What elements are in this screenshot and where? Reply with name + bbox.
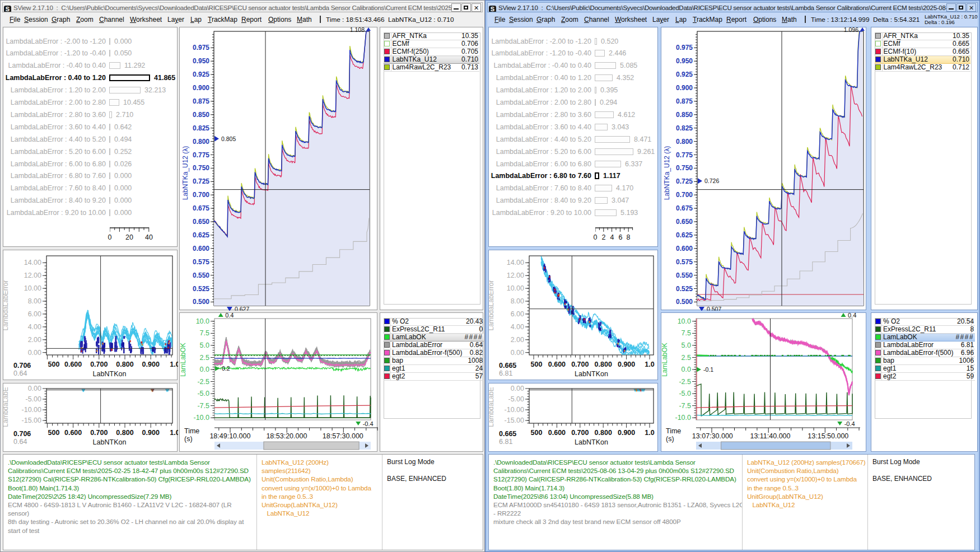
svg-text:8.00: 8.00 <box>28 297 41 305</box>
svg-text:0.700: 0.700 <box>193 191 209 199</box>
svg-text:0.875: 0.875 <box>676 97 693 105</box>
svg-text:LabNTKon: LabNTKon <box>575 438 608 446</box>
svg-text:1.0: 1.0 <box>170 429 178 437</box>
svg-text:0.4: 0.4 <box>225 313 234 319</box>
svg-text:0.675: 0.675 <box>193 204 209 212</box>
svg-text:0.575: 0.575 <box>193 258 209 266</box>
svg-text:LamLabOK: LamLabOK <box>661 343 669 377</box>
svg-text:0.507: 0.507 <box>707 306 721 311</box>
svg-text:0.64: 0.64 <box>13 369 27 377</box>
svg-text:LambdaLabError: LambdaLabError <box>3 280 10 330</box>
svg-text:0.950: 0.950 <box>676 57 693 65</box>
svg-text:0.800: 0.800 <box>193 138 209 146</box>
svg-text:(s): (s) <box>666 435 674 443</box>
svg-text:12.00: 12.00 <box>24 272 41 279</box>
svg-text:0.525: 0.525 <box>676 285 693 293</box>
svg-text:18:49:10.000: 18:49:10.000 <box>209 432 250 440</box>
svg-text:0.2: 0.2 <box>222 365 230 372</box>
svg-text:0.725: 0.725 <box>193 177 209 185</box>
svg-text:Time: Time <box>184 427 199 435</box>
svg-text:2.5: 2.5 <box>200 354 209 362</box>
svg-text:8.00: 8.00 <box>511 297 524 305</box>
svg-text:0.750: 0.750 <box>193 164 209 172</box>
svg-text:0.500: 0.500 <box>193 298 209 306</box>
svg-text:0.700: 0.700 <box>90 361 108 368</box>
svg-text:LabNTKa_U12 (λ): LabNTKa_U12 (λ) <box>663 146 671 200</box>
svg-text:0.825: 0.825 <box>676 124 693 132</box>
svg-text:0.700: 0.700 <box>676 191 693 199</box>
svg-text:7.5: 7.5 <box>200 329 209 337</box>
svg-text:LambdaLabE: LambdaLabE <box>3 387 10 427</box>
svg-text:0.800: 0.800 <box>595 429 612 437</box>
svg-text:0.706: 0.706 <box>13 362 31 369</box>
svg-text:0.700: 0.700 <box>571 429 589 437</box>
svg-text:0.925: 0.925 <box>676 71 693 78</box>
svg-text:4.00: 4.00 <box>511 323 524 331</box>
svg-text:1.0: 1.0 <box>170 361 178 368</box>
svg-text:0.665: 0.665 <box>499 362 516 369</box>
svg-text:-0.1: -0.1 <box>703 366 713 373</box>
svg-text:0.575: 0.575 <box>676 258 693 266</box>
svg-text:0.700: 0.700 <box>90 429 108 437</box>
svg-text:0.550: 0.550 <box>193 272 209 279</box>
svg-text:0.900: 0.900 <box>142 429 160 437</box>
svg-text:0.750: 0.750 <box>676 164 693 172</box>
svg-text:0.600: 0.600 <box>548 361 566 368</box>
svg-text:0.4: 0.4 <box>848 313 856 319</box>
svg-text:7.5: 7.5 <box>682 329 691 337</box>
svg-text:0.805: 0.805 <box>221 135 236 142</box>
svg-text:13:07:30.000: 13:07:30.000 <box>692 432 733 440</box>
svg-text:-5.0: -5.0 <box>197 390 209 397</box>
svg-text:0.600: 0.600 <box>548 429 566 437</box>
svg-text:6.81: 6.81 <box>499 369 512 377</box>
svg-text:6.81: 6.81 <box>499 438 512 446</box>
svg-text:0.64: 0.64 <box>13 438 27 446</box>
svg-text:12.00: 12.00 <box>507 272 524 279</box>
svg-text:-0.4: -0.4 <box>363 420 374 427</box>
svg-text:13:11:40.000: 13:11:40.000 <box>750 432 790 440</box>
svg-text:LamLabOK: LamLabOK <box>180 343 187 377</box>
svg-text:0.00: 0.00 <box>511 385 524 392</box>
svg-text:0.800: 0.800 <box>676 138 693 146</box>
svg-text:-7.5: -7.5 <box>197 402 209 410</box>
svg-text:0.675: 0.675 <box>676 204 693 212</box>
svg-text:4.00: 4.00 <box>28 323 41 331</box>
svg-text:0.706: 0.706 <box>13 430 31 438</box>
svg-text:0.0: 0.0 <box>200 366 209 373</box>
svg-text:-2.5: -2.5 <box>679 378 691 386</box>
svg-text:0.600: 0.600 <box>193 245 209 252</box>
svg-text:14.00: 14.00 <box>24 259 41 266</box>
svg-text:0.950: 0.950 <box>193 57 209 65</box>
svg-text:0.900: 0.900 <box>618 361 635 368</box>
svg-text:0.900: 0.900 <box>618 429 635 437</box>
svg-text:-10.0: -10.0 <box>194 414 210 422</box>
svg-text:-10.00: -10.00 <box>505 406 524 414</box>
svg-text:500: 500 <box>48 429 60 437</box>
svg-text:10.00: 10.00 <box>507 284 524 292</box>
svg-text:18:53:20.000: 18:53:20.000 <box>266 432 307 440</box>
svg-text:-5.00: -5.00 <box>508 395 525 403</box>
svg-text:500: 500 <box>48 361 60 368</box>
svg-text:10.0: 10.0 <box>196 317 209 325</box>
svg-text:0.665: 0.665 <box>499 430 516 438</box>
svg-text:0.975: 0.975 <box>193 44 209 52</box>
svg-text:-5.0: -5.0 <box>679 390 691 397</box>
svg-text:5.0: 5.0 <box>682 342 691 349</box>
svg-text:LabNTKa_U12 (λ): LabNTKa_U12 (λ) <box>181 146 189 200</box>
svg-text:5.0: 5.0 <box>200 342 209 349</box>
svg-text:0.925: 0.925 <box>193 71 209 78</box>
svg-text:0.825: 0.825 <box>193 124 209 132</box>
svg-text:500: 500 <box>531 429 543 437</box>
svg-text:0.775: 0.775 <box>193 151 209 159</box>
svg-text:0.600: 0.600 <box>676 245 693 252</box>
svg-text:0.00: 0.00 <box>28 349 41 357</box>
svg-text:0.525: 0.525 <box>193 285 209 293</box>
svg-text:0.627: 0.627 <box>235 306 249 311</box>
svg-text:2.00: 2.00 <box>28 336 41 344</box>
svg-text:10.0: 10.0 <box>678 317 691 325</box>
svg-text:0.625: 0.625 <box>193 231 209 239</box>
svg-text:14.00: 14.00 <box>507 259 524 266</box>
svg-text:-2.5: -2.5 <box>197 378 209 386</box>
svg-text:0.875: 0.875 <box>193 97 209 105</box>
svg-text:0.900: 0.900 <box>193 84 209 92</box>
